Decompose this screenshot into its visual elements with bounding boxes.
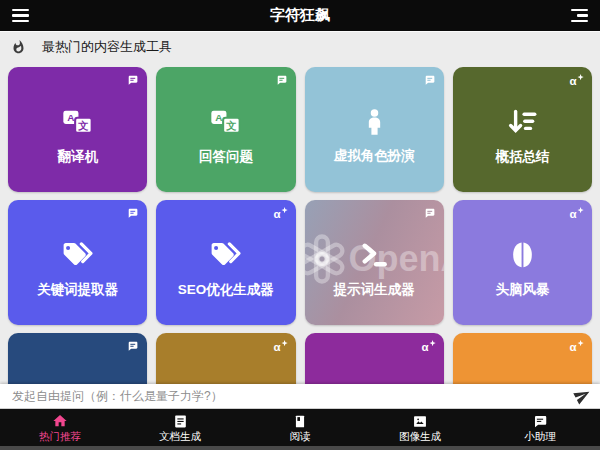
sort-menu-icon[interactable]	[571, 9, 588, 22]
tab-bar: 热门推荐 文档生成 阅读 图像生成 小助理	[0, 409, 600, 446]
chat-bubble-icon	[126, 207, 139, 220]
chat-bubble-icon	[275, 74, 288, 87]
app-header: 字符狂飙	[0, 0, 600, 32]
app-window: 字符狂飙 最热门的内容生成工具 A 文 翻译机 A 文 回答问题	[0, 0, 600, 450]
fire-icon	[11, 39, 26, 55]
tool-card[interactable]: α 概括总结	[453, 67, 592, 192]
svg-text:α: α	[273, 341, 280, 353]
tool-card[interactable]: 虚拟角色扮演	[305, 67, 444, 192]
svg-text:α: α	[273, 208, 280, 220]
app-title: 字符狂飙	[0, 6, 600, 25]
tool-card-label: 头脑风暴	[495, 281, 549, 299]
hamburger-menu-icon[interactable]	[12, 9, 29, 22]
tab-label: 小助理	[524, 430, 556, 444]
terminal-icon	[357, 238, 391, 272]
question-input[interactable]	[10, 388, 574, 404]
chat-bubble-icon	[423, 74, 436, 87]
section-header: 最热门的内容生成工具	[0, 33, 600, 60]
svg-text:α: α	[421, 341, 428, 353]
send-icon[interactable]	[571, 384, 594, 407]
tab-热门推荐[interactable]: 热门推荐	[0, 409, 120, 446]
summarize-icon	[505, 105, 539, 139]
tool-card-label: 虚拟角色扮演	[334, 147, 415, 165]
tool-card-label: 关键词提取器	[37, 281, 118, 299]
magic-icon: α	[273, 207, 288, 220]
translate-icon: A 文	[208, 105, 243, 139]
tab-图像生成[interactable]: 图像生成	[360, 409, 480, 446]
tool-card-label: SEO优化生成器	[178, 281, 274, 299]
composer-bar	[0, 384, 600, 409]
svg-text:α: α	[570, 341, 577, 353]
svg-text:α: α	[570, 75, 577, 87]
document-icon	[173, 414, 188, 429]
tool-card-label: 概括总结	[495, 148, 549, 166]
chat-bubble-icon	[126, 74, 139, 87]
translate-icon: A 文	[60, 105, 95, 139]
person-icon	[359, 107, 390, 138]
home-icon	[52, 413, 68, 429]
openai-logo-icon	[305, 232, 349, 286]
tab-label: 文档生成	[159, 430, 201, 444]
svg-text:α: α	[570, 208, 577, 220]
brain-icon	[506, 239, 539, 272]
svg-text:文: 文	[226, 120, 238, 131]
tool-card-label: 翻译机	[57, 148, 98, 166]
tab-label: 热门推荐	[39, 430, 81, 444]
svg-text:A: A	[216, 112, 223, 123]
magic-icon: α	[569, 207, 584, 220]
tab-阅读[interactable]: 阅读	[240, 409, 360, 446]
tab-文档生成[interactable]: 文档生成	[120, 409, 240, 446]
book-icon	[293, 414, 307, 429]
chat-icon	[532, 414, 548, 429]
tool-card[interactable]: 关键词提取器	[8, 200, 147, 325]
chat-bubble-icon	[423, 207, 436, 220]
chat-bubble-icon	[126, 340, 139, 353]
magic-icon: α	[273, 340, 288, 353]
bottom-strip	[0, 446, 600, 450]
image-icon	[412, 414, 428, 429]
tag-icon	[59, 239, 97, 272]
tab-label: 阅读	[290, 430, 311, 444]
section-title: 最热门的内容生成工具	[42, 38, 172, 56]
magic-icon: α	[569, 74, 584, 87]
tool-card[interactable]: α SEO优化生成器	[156, 200, 295, 325]
tab-小助理[interactable]: 小助理	[480, 409, 600, 446]
magic-icon: α	[569, 340, 584, 353]
tool-card[interactable]: A 文 翻译机	[8, 67, 147, 192]
tag-icon	[207, 239, 245, 272]
tool-card-label: 提示词生成器	[334, 281, 415, 299]
magic-icon: α	[421, 340, 436, 353]
tool-card[interactable]: A 文 回答问题	[156, 67, 295, 192]
tab-label: 图像生成	[399, 430, 441, 444]
svg-text:文: 文	[77, 120, 89, 131]
tool-card[interactable]: α 头脑风暴	[453, 200, 592, 325]
tool-card-label: 回答问题	[199, 148, 253, 166]
svg-text:A: A	[67, 112, 74, 123]
tool-card[interactable]: OpenAI 提示词生成器	[305, 200, 444, 325]
